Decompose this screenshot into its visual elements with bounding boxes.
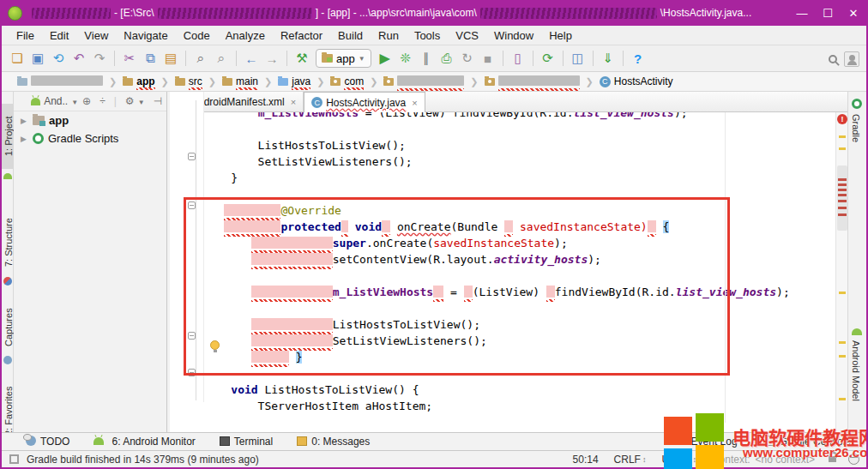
code-viewport[interactable]: m_ListViewHosts = (ListView) findViewByI… <box>170 112 835 423</box>
breadcrumb-item-redacted[interactable] <box>382 75 466 88</box>
breadcrumb-item-com[interactable]: com <box>329 75 365 87</box>
help-icon[interactable]: ? <box>629 49 648 68</box>
run-config-dropdown[interactable]: app▼ <box>316 49 371 68</box>
lock-icon[interactable] <box>829 456 836 462</box>
forward-icon[interactable]: → <box>262 49 281 68</box>
toolwindow-todo[interactable]: TODO <box>26 436 69 448</box>
caret-position[interactable]: 50:14 <box>573 454 599 466</box>
maximize-button[interactable]: ☐ <box>815 0 841 26</box>
menu-edit[interactable]: Edit <box>42 27 76 44</box>
user-avatar-icon[interactable] <box>844 51 859 67</box>
back-icon[interactable]: ← <box>242 49 261 68</box>
run-icon[interactable]: ▶ <box>376 49 395 68</box>
menu-help[interactable]: Help <box>541 27 580 44</box>
sidebar-item-android-model[interactable]: Android Model <box>851 340 861 401</box>
toolwindow-gradle-console[interactable]: Gradle Console <box>767 436 851 448</box>
breadcrumb-item-hostsactivity[interactable]: CHostsActivity <box>598 75 675 87</box>
menu-run[interactable]: Run <box>371 27 407 44</box>
hector-inspections-icon[interactable] <box>848 454 859 465</box>
fold-marker-icon[interactable] <box>188 369 196 376</box>
redo-icon[interactable]: ↷ <box>90 49 109 68</box>
intention-bulb-icon[interactable] <box>210 340 220 350</box>
package-icon <box>383 78 394 86</box>
breadcrumb-item-app[interactable]: app <box>121 75 156 87</box>
fold-marker-icon[interactable] <box>188 153 196 160</box>
expand-arrow-icon[interactable]: ▶ <box>21 117 33 125</box>
menu-refactor[interactable]: Refactor <box>273 27 330 44</box>
debug-icon[interactable]: ❊ <box>396 49 415 68</box>
locate-icon[interactable]: ⊕ <box>82 95 91 107</box>
android-icon <box>31 98 40 105</box>
hide-panel-icon[interactable]: ⊣ <box>154 95 162 107</box>
error-stripe[interactable]: ! <box>835 112 847 432</box>
fold-marker-icon[interactable] <box>188 201 196 209</box>
open-folder-icon[interactable]: ❏ <box>8 49 27 68</box>
tab-hostsactivity[interactable]: C HostsActivity.java × <box>304 92 425 112</box>
sdk-manager-icon[interactable]: ⇓ <box>599 49 618 68</box>
collapse-all-icon[interactable]: ÷ <box>99 95 105 107</box>
breadcrumb-item-java[interactable]: java <box>276 75 312 87</box>
menu-build[interactable]: Build <box>330 27 371 44</box>
paste-icon[interactable]: ▤ <box>161 49 180 68</box>
toolwindow-android-monitor[interactable]: 6: Android Monitor <box>93 436 195 448</box>
menu-code[interactable]: Code <box>176 27 218 44</box>
copy-icon[interactable]: ⧉ <box>141 49 160 68</box>
encoding-selector[interactable]: UTF-8↕ <box>661 454 696 466</box>
breadcrumb-item-src[interactable]: src <box>173 75 204 87</box>
attach-debugger-icon[interactable]: ⎙ <box>437 49 456 68</box>
breadcrumb-separator-icon: ❯ <box>260 76 276 87</box>
toolwindow-event-log[interactable]: Event Log <box>676 436 738 448</box>
folder-app-icon <box>123 78 133 86</box>
menu-navigate[interactable]: Navigate <box>116 27 175 44</box>
menu-analyze[interactable]: Analyze <box>218 27 273 44</box>
minimize-button[interactable]: — <box>789 0 815 26</box>
replace-icon[interactable]: ⌕ <box>212 49 231 68</box>
gradle-sync-icon[interactable]: ⟳ <box>539 49 558 68</box>
close-tab-icon[interactable]: × <box>412 98 417 108</box>
search-everywhere-icon[interactable] <box>829 55 837 63</box>
gradle-icon <box>33 133 44 144</box>
run-with-coverage-icon[interactable]: ∥ <box>417 49 436 68</box>
status-message: Gradle build finished in 14s 379ms (9 mi… <box>27 454 259 466</box>
menu-window[interactable]: Window <box>486 27 541 44</box>
sidebar-item-gradle[interactable]: Gradle <box>851 114 861 142</box>
sidebar-item-captures[interactable]: Captures <box>2 303 14 352</box>
project-view-selector[interactable]: And..▼ <box>44 95 78 107</box>
toolwindow-messages[interactable]: 0: Messages <box>297 436 370 448</box>
menu-file[interactable]: File <box>9 27 42 44</box>
toolwindow-toggle-icon[interactable] <box>9 454 19 464</box>
find-icon[interactable]: ⌕ <box>191 49 210 68</box>
breadcrumb-item-redacted[interactable] <box>15 75 105 88</box>
sidebar-item-project[interactable]: 1: Project <box>2 104 14 169</box>
build-hammer-icon[interactable]: ⚒ <box>292 49 311 68</box>
menu-vcs[interactable]: VCS <box>448 27 486 44</box>
code-line: } <box>204 349 790 365</box>
sidebar-item-structure[interactable]: 7: Structure <box>2 212 14 274</box>
expand-arrow-icon[interactable]: ▶ <box>21 135 33 143</box>
close-tab-icon[interactable]: × <box>291 97 296 107</box>
cut-icon[interactable]: ✂ <box>120 49 139 68</box>
gear-icon[interactable]: ⚙▼ <box>125 95 145 107</box>
breadcrumb-item-redacted[interactable] <box>483 75 582 88</box>
menu-tools[interactable]: Tools <box>407 27 448 44</box>
save-all-icon[interactable]: ▣ <box>28 49 47 68</box>
fold-marker-icon[interactable] <box>188 332 196 340</box>
avd-manager-icon[interactable]: ◫ <box>569 49 588 68</box>
rerun-icon[interactable]: ↻ <box>458 49 477 68</box>
close-button[interactable]: ✕ <box>841 0 866 26</box>
editor-tab-bar: AndroidManifest.xml × C HostsActivity.ja… <box>170 92 847 112</box>
tree-item-app[interactable]: ▶ app <box>14 111 166 129</box>
line-ending-selector[interactable]: CRLF↕ <box>614 454 647 466</box>
context-value[interactable]: <no context> <box>756 454 815 466</box>
breadcrumb-item-main[interactable]: main <box>220 75 260 87</box>
redacted-title-text <box>480 8 657 19</box>
toolwindow-terminal[interactable]: Terminal <box>220 436 273 448</box>
stop-icon[interactable]: ■ <box>479 49 497 68</box>
undo-icon[interactable]: ↶ <box>69 49 88 68</box>
scrollbar-thumb[interactable] <box>837 165 847 231</box>
menu-view[interactable]: View <box>76 27 116 44</box>
device-monitor-icon[interactable]: ▯ <box>509 49 527 68</box>
tree-item-gradle-scripts[interactable]: ▶ Gradle Scripts <box>14 129 166 147</box>
sidebar-item-favorites[interactable]: 2: Favorites <box>2 383 14 438</box>
synchronize-icon[interactable]: ⟲ <box>49 49 68 68</box>
